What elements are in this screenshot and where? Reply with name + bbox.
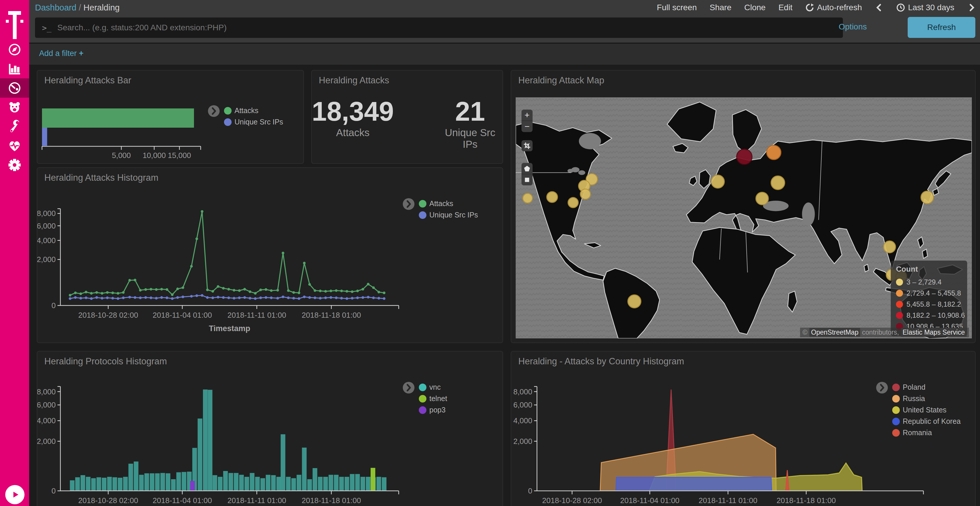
svg-text:6,000: 6,000 xyxy=(513,400,532,409)
map-attack-circle[interactable] xyxy=(580,189,591,200)
legend-item[interactable]: Unique Src IPs xyxy=(224,116,283,128)
svg-text:2018-11-04 01:00: 2018-11-04 01:00 xyxy=(153,311,212,319)
sidebar-item-monitoring[interactable] xyxy=(0,136,29,155)
map-attack-circle[interactable] xyxy=(546,191,558,203)
dashboard-grid: Heralding Attacks Bar 5,00010,00015,000 … xyxy=(29,65,980,506)
map-attack-circle[interactable] xyxy=(921,190,934,204)
panel-heralding-attack-map: Heralding Attack Map xyxy=(511,70,975,343)
sidebar-expand-button[interactable] xyxy=(5,485,24,504)
map-attack-circle[interactable] xyxy=(522,193,533,203)
legend-swatch xyxy=(419,384,426,391)
map-legend-swatch xyxy=(896,312,903,319)
map-attack-circle[interactable] xyxy=(771,176,785,190)
svg-text:2018-11-11 01:00: 2018-11-11 01:00 xyxy=(698,496,757,505)
legend-swatch xyxy=(892,384,900,391)
auto-refresh-button[interactable]: Auto-refresh xyxy=(805,3,862,12)
map-attack-circle[interactable] xyxy=(756,192,769,205)
legend-swatch xyxy=(892,395,900,403)
app-sidebar xyxy=(0,0,29,506)
map-attack-circle[interactable] xyxy=(736,149,752,165)
legend-expand-icon[interactable] xyxy=(402,382,415,394)
map-zoom-out-button[interactable]: − xyxy=(522,121,533,132)
legend-item[interactable]: telnet xyxy=(419,393,447,404)
attacks-histogram-chart[interactable]: 02,0004,0006,0008,0002018-10-28 02:00201… xyxy=(37,168,504,344)
svg-text:2018-11-11 01:00: 2018-11-11 01:00 xyxy=(228,311,286,319)
ems-link[interactable]: Elastic Maps Service xyxy=(901,328,967,337)
panel-heralding-protocols-histogram: Heralding Protocols Histogram 02,0004,00… xyxy=(37,351,503,506)
map-attack-circle[interactable] xyxy=(627,294,641,308)
metric-attacks: 18,349 Attacks xyxy=(312,97,394,150)
legend-item[interactable]: vnc xyxy=(419,382,447,393)
filter-bar: Add a filter + xyxy=(29,44,980,65)
legend-item[interactable]: Attacks xyxy=(224,105,283,116)
legend-expand-icon[interactable] xyxy=(208,105,220,117)
add-filter-link[interactable]: Add a filter + xyxy=(39,49,83,58)
legend-label: Romania xyxy=(903,428,932,437)
chart-legend: vnctelnetpop3 xyxy=(402,382,447,416)
query-prompt-icon: >_ xyxy=(35,23,57,32)
legend-item[interactable]: Unique Src IPs xyxy=(419,209,478,220)
protocols-histogram-chart[interactable]: 02,0004,0006,0008,0002018-10-28 02:00201… xyxy=(37,352,504,506)
legend-item[interactable]: Attacks xyxy=(419,198,478,209)
map-legend-swatch xyxy=(896,279,903,286)
legend-item[interactable]: Romania xyxy=(892,427,961,438)
time-picker-button[interactable]: Last 30 days xyxy=(896,3,955,12)
map-zoom-in-button[interactable]: + xyxy=(522,109,533,121)
search-input[interactable] xyxy=(57,23,843,33)
map-fit-bounds-button[interactable] xyxy=(522,140,533,151)
svg-text:10,000: 10,000 xyxy=(143,151,166,160)
svg-text:15,000: 15,000 xyxy=(168,151,191,160)
world-map[interactable]: + − xyxy=(515,97,972,338)
sidebar-item-tpot[interactable] xyxy=(0,98,29,117)
map-legend-range: 5,455.8 – 8,182.2 xyxy=(907,300,961,308)
map-count-legend: Count 3 – 2,729.42,729.4 – 5,455.85,455.… xyxy=(891,260,967,336)
sidebar-item-management[interactable] xyxy=(0,155,29,174)
map-legend-swatch xyxy=(896,301,903,308)
time-back-button[interactable] xyxy=(875,3,883,12)
panel-heralding-attacks-by-country: Heralding - Attacks by Country Histogram… xyxy=(511,351,975,506)
panel-title: Heralding Attacks xyxy=(319,75,389,86)
sidebar-item-dev-tools[interactable] xyxy=(0,117,29,136)
legend-expand-icon[interactable] xyxy=(876,382,888,394)
breadcrumb-dashboard-link[interactable]: Dashboard xyxy=(35,3,76,12)
legend-label: vnc xyxy=(430,383,441,392)
options-link[interactable]: Options xyxy=(839,22,867,32)
sidebar-item-visualize[interactable] xyxy=(0,59,29,78)
map-attack-circle[interactable] xyxy=(568,197,579,208)
map-legend-item: 5,455.8 – 8,182.2 xyxy=(896,299,962,310)
sidebar-item-dashboard[interactable] xyxy=(0,78,29,98)
svg-text:Timestamp: Timestamp xyxy=(209,324,250,333)
metric-value: 18,349 xyxy=(312,97,394,126)
legend-item[interactable]: pop3 xyxy=(419,404,447,416)
legend-item[interactable]: Poland xyxy=(892,382,961,393)
clock-icon xyxy=(896,3,905,12)
osm-link[interactable]: OpenStreetMap xyxy=(810,328,860,337)
panel-heralding-attacks-bar: Heralding Attacks Bar 5,00010,00015,000 … xyxy=(37,70,304,164)
map-draw-rectangle-button[interactable] xyxy=(522,174,533,186)
edit-button[interactable]: Edit xyxy=(778,3,792,12)
legend-item[interactable]: Russia xyxy=(892,393,961,404)
sidebar-item-discover[interactable] xyxy=(0,40,29,59)
bear-icon xyxy=(8,101,21,114)
time-forward-button[interactable] xyxy=(967,3,976,12)
legend-swatch xyxy=(224,118,232,126)
legend-expand-icon[interactable] xyxy=(402,198,415,210)
svg-text:2018-10-28 02:00: 2018-10-28 02:00 xyxy=(78,496,138,505)
share-button[interactable]: Share xyxy=(710,3,732,12)
map-legend-title: Count xyxy=(896,265,962,274)
legend-item[interactable]: United States xyxy=(892,404,961,416)
map-attack-circle[interactable] xyxy=(766,145,781,160)
search-bar-row: >_ Options Refresh xyxy=(29,15,980,44)
panel-heralding-attacks-histogram: Heralding Attacks Histogram 02,0004,0006… xyxy=(37,167,503,343)
chart-legend: AttacksUnique Src IPs xyxy=(402,198,478,220)
legend-item[interactable]: Republic of Korea xyxy=(892,416,961,427)
metric-value: 21 xyxy=(438,97,503,126)
map-draw-polygon-button[interactable] xyxy=(522,163,533,174)
clone-button[interactable]: Clone xyxy=(745,3,766,12)
full-screen-button[interactable]: Full screen xyxy=(657,3,697,12)
refresh-button[interactable]: Refresh xyxy=(908,17,975,38)
map-attack-circle[interactable] xyxy=(883,241,896,253)
breadcrumb: Dashboard / Heralding xyxy=(35,3,119,13)
legend-label: Poland xyxy=(903,383,926,392)
map-attack-circle[interactable] xyxy=(711,174,725,189)
